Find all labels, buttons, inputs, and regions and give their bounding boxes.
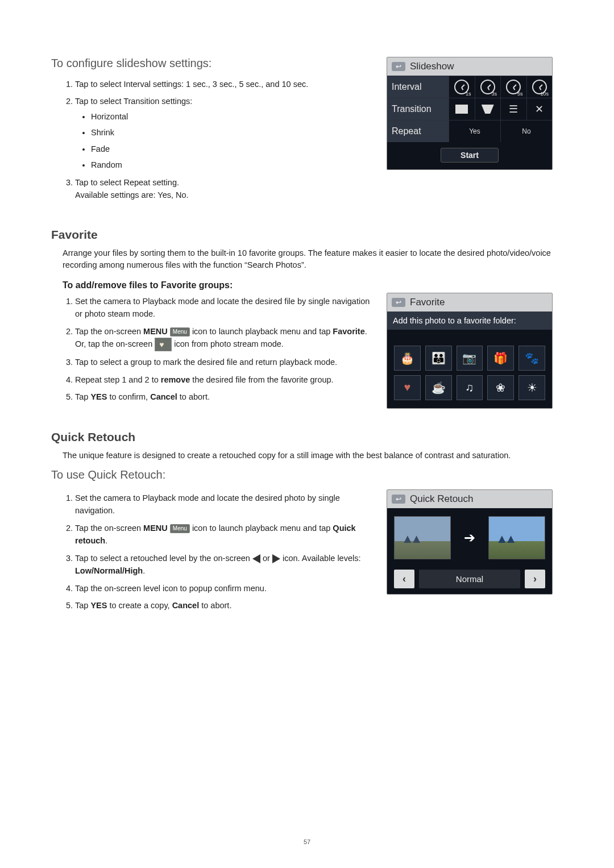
- fav-s2-fav: Favorite: [333, 327, 364, 336]
- fav-group-pets[interactable]: 🐾: [518, 346, 545, 371]
- transition-shrink-button[interactable]: [475, 98, 501, 120]
- back-icon[interactable]: ↩: [392, 495, 405, 504]
- transition-random-button[interactable]: ✕: [526, 98, 553, 120]
- qr-s5-b: to create a copy,: [107, 601, 172, 610]
- qr-s2-menu: MENU: [143, 524, 168, 533]
- interval-5s-button[interactable]: 5s: [500, 76, 526, 98]
- qr-s3-or: or: [260, 554, 272, 563]
- retouch-steps: Set the camera to Playback mode and loca…: [63, 492, 375, 612]
- qr-s5-yes: YES: [90, 601, 107, 610]
- retouch-lcd-title: Quick Retouch: [410, 493, 474, 505]
- fav-s5-cancel: Cancel: [150, 392, 177, 401]
- interval-1s-button[interactable]: 1s: [449, 76, 475, 98]
- fav-s5-yes: YES: [90, 392, 107, 401]
- fav-s5-b: to confirm,: [107, 392, 150, 401]
- favorite-lcd-subtitle: Add this photo to a favorite folder:: [387, 312, 552, 330]
- right-arrow-icon: ➔: [464, 530, 475, 546]
- interval-10s-label: 10s: [540, 91, 549, 97]
- transition-label: Transition: [387, 98, 449, 120]
- page-number: 57: [51, 838, 563, 845]
- retouch-intro: The unique feature is designed to create…: [63, 450, 563, 462]
- level-label[interactable]: Normal: [419, 570, 520, 588]
- fav-s2-or-a: Or, tap the on-screen: [75, 339, 155, 348]
- favorite-lcd-title: Favorite: [410, 297, 445, 308]
- transition-options: Horizontal Shrink Fade Random: [81, 110, 375, 172]
- qr-s3-levels: Low/Normal/High: [75, 566, 143, 575]
- retouch-step-1: Set the camera to Playback mode and loca…: [75, 492, 375, 517]
- favorite-subheading: To add/remove files to Favorite groups:: [63, 280, 563, 290]
- retouch-after-thumb: [488, 516, 545, 559]
- qr-s3-c: .: [143, 566, 145, 575]
- fav-group-love[interactable]: ♥: [394, 375, 421, 400]
- right-arrow-icon: [272, 554, 280, 563]
- back-icon[interactable]: ↩: [392, 298, 405, 307]
- transition-opt-random: Random: [91, 159, 375, 171]
- transition-opt-fade: Fade: [91, 143, 375, 155]
- left-arrow-icon: [252, 554, 260, 563]
- heart-icon: [155, 338, 172, 351]
- shrink-icon: [482, 105, 494, 114]
- favorite-step-2: Tap the on-screen MENU Menu icon to laun…: [75, 325, 375, 352]
- level-next-button[interactable]: ›: [525, 570, 545, 588]
- slideshow-steps: Tap to select Interval settings: 1 sec.,…: [63, 78, 375, 202]
- start-button[interactable]: Start: [441, 148, 499, 163]
- favorite-step-1: Set the camera to Playback mode and loca…: [75, 295, 375, 321]
- menu-icon: Menu: [170, 327, 190, 337]
- slideshow-step-2: Tap to select Transition settings: Horiz…: [75, 95, 375, 171]
- fav-s5-c: to abort.: [177, 392, 210, 401]
- retouch-lcd: ↩ Quick Retouch ➔ ‹ Normal ›: [387, 489, 553, 595]
- fav-s2-c: .: [365, 327, 367, 336]
- slideshow-heading: To configure slideshow settings:: [51, 57, 375, 70]
- slideshow-lcd-title: Slideshow: [410, 61, 454, 72]
- interval-10s-button[interactable]: 10s: [526, 76, 553, 98]
- qr-s2-a: Tap the on-screen: [75, 524, 143, 533]
- fav-group-family[interactable]: 👪: [425, 346, 452, 371]
- retouch-step-4: Tap the on-screen level icon to popup co…: [75, 582, 375, 595]
- interval-5s-label: 5s: [517, 91, 523, 97]
- slideshow-lcd: ↩ Slideshow Interval 1s 3s 5s 10s Transi…: [387, 57, 553, 170]
- fav-group-sun[interactable]: ☀: [518, 375, 545, 400]
- interval-1s-label: 1s: [466, 91, 471, 97]
- retouch-step-2: Tap the on-screen MENU Menu icon to laun…: [75, 522, 375, 547]
- fav-group-flower[interactable]: ❀: [487, 375, 514, 400]
- slideshow-step-3: Tap to select Repeat setting. Available …: [75, 176, 375, 202]
- fav-group-music[interactable]: ♫: [457, 375, 483, 400]
- retouch-step-3: Tap to select a retouched level by the o…: [75, 552, 375, 578]
- fav-s2-or-b: icon from photo stream mode.: [172, 339, 284, 348]
- qr-s5-a: Tap: [75, 601, 90, 610]
- repeat-label: Repeat: [387, 121, 449, 142]
- retouch-heading: Quick Retouch: [51, 430, 563, 444]
- slideshow-step-1: Tap to select Interval settings: 1 sec.,…: [75, 78, 375, 90]
- transition-opt-shrink: Shrink: [91, 126, 375, 139]
- fav-group-birthday[interactable]: 🎂: [394, 346, 421, 371]
- repeat-no-button[interactable]: No: [500, 121, 552, 142]
- fav-s5-a: Tap: [75, 392, 90, 401]
- retouch-subheading: To use Quick Retouch:: [51, 468, 563, 481]
- fav-group-friends[interactable]: 📷: [457, 346, 483, 371]
- repeat-yes-button[interactable]: Yes: [449, 121, 500, 142]
- favorite-steps: Set the camera to Playback mode and loca…: [63, 295, 375, 404]
- fav-s4-a: Repeat step 1 and 2 to: [75, 375, 161, 384]
- favorite-lcd: ↩ Favorite Add this photo to a favorite …: [387, 293, 553, 409]
- qr-s3-b: icon. Available levels:: [280, 554, 361, 563]
- back-icon[interactable]: ↩: [392, 62, 405, 71]
- random-icon: ✕: [535, 103, 544, 115]
- fav-group-coffee[interactable]: ☕: [425, 375, 452, 400]
- qr-s5-c: to abort.: [199, 601, 231, 610]
- level-prev-button[interactable]: ‹: [394, 570, 414, 588]
- fav-s2-a: Tap the on-screen: [75, 327, 143, 336]
- transition-opt-horizontal: Horizontal: [91, 110, 375, 123]
- interval-3s-button[interactable]: 3s: [475, 76, 501, 98]
- favorite-step-4: Repeat step 1 and 2 to remove the desire…: [75, 373, 375, 386]
- menu-icon: Menu: [170, 524, 190, 533]
- qr-s2-c: .: [105, 536, 107, 545]
- transition-fade-button[interactable]: ☰: [500, 98, 526, 120]
- transition-horizontal-button[interactable]: [449, 98, 475, 120]
- interval-3s-label: 3s: [491, 91, 497, 97]
- fav-group-gift[interactable]: 🎁: [487, 346, 514, 371]
- horizontal-icon: [455, 105, 468, 114]
- fav-s4-b: the desired file from the favorite group…: [190, 375, 333, 384]
- favorite-step-3: Tap to select a group to mark the desire…: [75, 356, 375, 368]
- favorite-heading: Favorite: [51, 228, 563, 242]
- qr-s3-a: Tap to select a retouched level by the o…: [75, 554, 252, 563]
